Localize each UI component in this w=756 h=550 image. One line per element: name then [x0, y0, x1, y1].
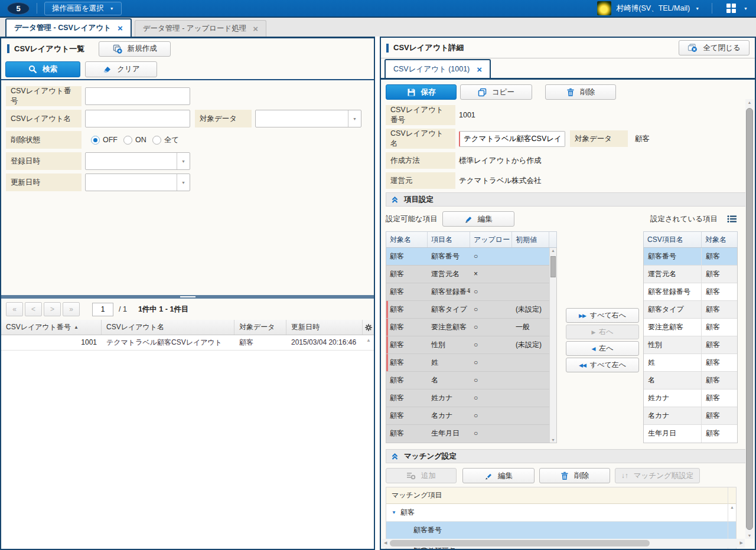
scroll-down-icon[interactable]: [550, 438, 556, 442]
screen-select-label: 操作画面を選択: [52, 4, 104, 14]
move-left-button[interactable]: ◀左へ: [566, 341, 639, 356]
delete-state-radio-2[interactable]: 全て: [152, 135, 179, 145]
topbar: 5 操作画面を選択 村崎博(SV、TEL/Mail): [0, 0, 756, 18]
available-item-row[interactable]: 顧客運営元名×: [386, 266, 556, 283]
created-date-select[interactable]: [85, 152, 190, 170]
tree-expand-icon[interactable]: [392, 510, 396, 515]
search-form: CSVレイアウト番号 CSVレイアウト名 対象データ 削除状態 OFFON全て …: [1, 81, 374, 295]
detail-layout-name-input[interactable]: [459, 131, 565, 147]
detail-layout-no-label: CSVレイアウト番号: [386, 105, 455, 125]
col-header-layout-name[interactable]: CSVレイアウト名: [102, 320, 234, 335]
clear-button[interactable]: クリア: [85, 61, 157, 77]
available-item-row[interactable]: 顧客要注意顧客○一般: [386, 319, 556, 336]
layout-name-input[interactable]: [85, 110, 190, 127]
new-layout-button[interactable]: 新規作成: [99, 41, 171, 57]
delete-matching-button[interactable]: 削除: [539, 468, 610, 483]
available-item-cell: 顧客: [386, 301, 428, 318]
col-header-layout-no[interactable]: CSVレイアウト番号: [1, 320, 102, 335]
close-all-button[interactable]: 全て閉じる: [679, 40, 750, 55]
apps-grid-icon[interactable]: [726, 4, 737, 14]
detail-panel-title: CSVレイアウト詳細: [393, 42, 464, 53]
configured-item-row[interactable]: 生年月日顧客: [644, 425, 737, 443]
scroll-down-icon[interactable]: [745, 533, 754, 538]
layout-no-input[interactable]: [85, 87, 190, 105]
configured-item-row[interactable]: 顧客登録番号顧客: [644, 283, 737, 301]
scrollbar-thumb[interactable]: [550, 256, 556, 277]
apps-chevron-down-icon[interactable]: [744, 6, 748, 11]
page-number-input[interactable]: [92, 303, 113, 316]
screen-select-button[interactable]: 操作画面を選択: [44, 2, 122, 15]
first-page-button[interactable]: «: [6, 302, 23, 316]
tab-csv-layout[interactable]: データ管理 - CSVレイアウト: [5, 18, 132, 37]
last-page-button[interactable]: »: [63, 302, 80, 316]
configured-item-row[interactable]: 姓顧客: [644, 354, 737, 372]
col-header-target-data[interactable]: 対象データ: [234, 320, 286, 335]
available-item-cell: 顧客登録番号: [428, 283, 470, 300]
available-item-row[interactable]: 顧客顧客タイプ○(未設定): [386, 301, 556, 319]
detail-vertical-scrollbar[interactable]: [745, 99, 754, 539]
available-item-row[interactable]: 顧客姓カナ○: [386, 389, 556, 407]
delete-button[interactable]: 削除: [545, 84, 616, 100]
available-item-row[interactable]: 顧客名○: [386, 372, 556, 389]
scroll-up-icon[interactable]: [366, 338, 371, 343]
list-view-icon[interactable]: [727, 215, 737, 223]
scrollbar-thumb[interactable]: [390, 540, 650, 546]
user-chevron-down-icon[interactable]: [695, 6, 699, 11]
item-settings-section-header[interactable]: 項目設定: [386, 192, 750, 207]
scroll-up-icon[interactable]: [745, 100, 754, 104]
detail-tab-close-icon[interactable]: [477, 65, 482, 74]
prev-page-button[interactable]: <: [25, 302, 42, 316]
save-button[interactable]: 保存: [386, 84, 457, 100]
delete-state-radio-1[interactable]: ON: [123, 136, 146, 145]
available-item-row[interactable]: 顧客姓○: [386, 354, 556, 372]
avatar[interactable]: [597, 1, 611, 15]
detail-horizontal-scrollbar[interactable]: [382, 539, 745, 548]
target-data-select[interactable]: [255, 110, 361, 127]
edit-matching-button[interactable]: 編集: [462, 468, 535, 483]
available-scrollbar[interactable]: [549, 248, 556, 443]
tab-upload-process[interactable]: データ管理 - アップロード処理: [135, 20, 266, 37]
move-all-left-button[interactable]: ◀◀すべて左へ: [566, 358, 639, 372]
available-item-row[interactable]: 顧客顧客登録番号○: [386, 283, 556, 301]
layout-list-row[interactable]: 1001テクマトラベル顧客CSVレイアウト顧客2015/03/04 20:16:…: [1, 335, 374, 351]
scroll-right-icon[interactable]: [740, 541, 743, 545]
configured-item-row[interactable]: 名顧客: [644, 372, 737, 389]
user-menu-label[interactable]: 村崎博(SV、TEL/Mail): [617, 4, 690, 14]
configured-item-row[interactable]: 要注意顧客顧客: [644, 319, 737, 336]
available-item-cell: ○: [470, 283, 512, 300]
edit-items-button[interactable]: 編集: [442, 211, 514, 227]
available-item-row[interactable]: 顧客性別○(未設定): [386, 336, 556, 354]
search-button[interactable]: 検索: [5, 61, 80, 77]
column-settings-gear[interactable]: [363, 320, 374, 335]
configured-item-row[interactable]: 顧客番号顧客: [644, 248, 737, 266]
configured-item-row[interactable]: 名カナ顧客: [644, 407, 737, 425]
next-page-button[interactable]: >: [44, 302, 61, 316]
available-item-row[interactable]: 顧客名カナ○: [386, 407, 556, 425]
configured-item-row[interactable]: 性別顧客: [644, 336, 737, 354]
scroll-up-icon[interactable]: [550, 248, 556, 253]
configured-item-row[interactable]: 姓カナ顧客: [644, 389, 737, 407]
scroll-up-icon[interactable]: [728, 505, 736, 509]
app-logo[interactable]: 5: [7, 2, 30, 15]
delete-label: 削除: [580, 87, 595, 97]
matching-group-row[interactable]: 顧客: [386, 504, 736, 522]
scroll-left-icon[interactable]: [384, 541, 387, 545]
col-header-updated[interactable]: 更新日時: [286, 320, 363, 335]
configured-item-cell: 顧客番号: [644, 248, 702, 265]
updated-date-select[interactable]: [85, 173, 190, 191]
available-item-row[interactable]: 顧客顧客番号○: [386, 248, 556, 266]
detail-tab-csv-layout-1001[interactable]: CSVレイアウト (1001): [384, 59, 491, 78]
tab-close-icon[interactable]: [253, 24, 258, 33]
configured-item-row[interactable]: 顧客タイプ顧客: [644, 301, 737, 319]
configured-item-cell: 顧客: [702, 425, 737, 443]
move-all-right-button[interactable]: ▶▶すべて右へ: [566, 308, 639, 323]
scrollbar-thumb[interactable]: [746, 108, 753, 530]
available-item-cell: ○: [470, 248, 512, 265]
configured-item-row[interactable]: 運営元名顧客: [644, 266, 737, 283]
delete-state-radio-0[interactable]: OFF: [91, 136, 118, 145]
matching-item-row[interactable]: 顧客番号: [386, 522, 736, 539]
matching-settings-section-header[interactable]: マッチング設定: [386, 449, 750, 463]
available-item-row[interactable]: 顧客生年月日○: [386, 425, 556, 443]
copy-button[interactable]: コピー: [460, 84, 532, 100]
tab-close-icon[interactable]: [118, 24, 123, 32]
